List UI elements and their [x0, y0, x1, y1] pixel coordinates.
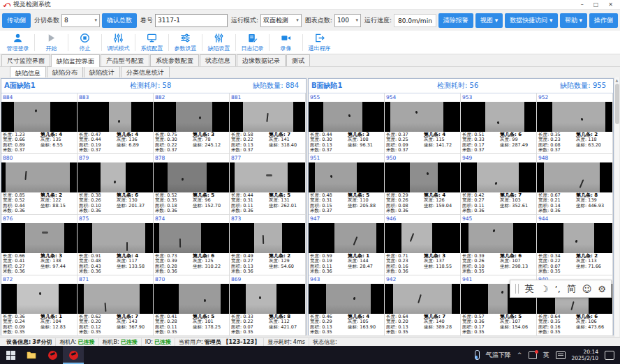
tray-expand-chevron-icon[interactable]: ^ — [517, 352, 522, 358]
confirm-total-button[interactable]: 确认总数 — [102, 13, 137, 28]
run-mode-select[interactable]: 双面检测 ▾ — [260, 14, 302, 27]
defect-cell[interactable]: 946长度: 0.71宽度: 0.23面积: 0.16米数: 0.36第几条: … — [385, 215, 461, 275]
tab-sub-1[interactable]: 缺陷分布 — [47, 66, 83, 78]
defect-image[interactable] — [537, 223, 612, 253]
defect-cell[interactable]: 883长度: 0.47宽度: 0.44面积: 0.19米数: 0.37第几条: … — [78, 93, 154, 154]
defect-image[interactable] — [309, 162, 384, 192]
tab-main-3[interactable]: 系统参数配置 — [150, 54, 199, 66]
inspection-app-button[interactable] — [42, 346, 63, 364]
defect-cell[interactable]: 873长度: 0.49宽度: 0.27面积: 0.13米数: 0.36第几条: … — [230, 215, 306, 275]
tab-main-2[interactable]: 产品型号配置 — [101, 54, 149, 66]
keyboard-icon[interactable] — [556, 351, 566, 359]
defect-image[interactable] — [154, 102, 229, 132]
defect-image[interactable] — [385, 102, 460, 132]
defect-image[interactable] — [385, 284, 460, 314]
defect-image[interactable] — [78, 102, 153, 132]
help-menu-button[interactable]: 帮助 ▾ — [560, 13, 587, 28]
defect-image[interactable] — [78, 284, 153, 314]
defect-cell[interactable]: 952长度: 0.35宽度: 0.23面积: 0.08米数: 0.37第几条: … — [537, 93, 613, 154]
toolbar-button-defectset[interactable]: 缺陷设置 — [202, 31, 235, 54]
ime-tray-language[interactable]: 英 — [543, 351, 549, 360]
defect-cell[interactable]: 943长度: 0.46宽度: 0.29面积: 0.13米数: 0.35第几条: … — [309, 275, 385, 336]
toolbar-button-debug[interactable]: 调试模式 — [102, 31, 135, 54]
defect-cell[interactable]: 877长度: 0.44宽度: 0.31面积: 0.11米数: 0.36第几条: … — [230, 154, 306, 215]
clear-alarm-button[interactable]: 清除报警 — [438, 13, 473, 28]
drag-grip-icon[interactable] — [515, 284, 519, 294]
slit-count-select[interactable]: 8 ▾ — [61, 14, 100, 27]
data-access-menu-button[interactable]: 数据快捷访问 ▾ — [505, 13, 557, 28]
defect-image[interactable] — [1, 162, 77, 192]
tab-main-4[interactable]: 状态信息 — [200, 54, 236, 66]
tab-main-6[interactable]: 测试 — [286, 54, 310, 66]
defect-cell[interactable]: 951长度: 0.48宽度: 0.31面积: 0.15米数: 0.37第几条: … — [309, 154, 385, 215]
defect-image[interactable] — [537, 102, 612, 132]
chart-points-select[interactable]: 100 ▾ — [334, 14, 361, 27]
ime-english-button[interactable]: 英 — [525, 282, 534, 295]
defect-cell[interactable]: 944长度: 0.34宽度: 0.22面积: 0.07米数: 0.35第几条: … — [537, 215, 613, 275]
defect-cell[interactable]: 955长度: 0.44宽度: 0.30面积: 0.13米数: 0.37第几条: … — [309, 93, 385, 154]
defect-cell[interactable]: 884长度: 1.23宽度: 0.66面积: 0.89米数: 0.37第几条: … — [1, 93, 78, 154]
defect-cell[interactable]: 875长度: 0.91宽度: 0.48面积: 0.43米数: 0.36第几条: … — [78, 215, 154, 275]
notification-badge-icon[interactable] — [529, 351, 537, 359]
moon-icon[interactable]: ☽ — [540, 284, 549, 294]
defect-cell[interactable]: 942长度: 0.64宽度: 0.20面积: 0.13米数: 0.35第几条: … — [385, 275, 461, 336]
defect-cell[interactable]: 871长度: 0.62宽度: 0.20面积: 0.12米数: 0.35第几条: … — [78, 275, 154, 336]
scroll-up-icon[interactable]: ▲ — [616, 77, 619, 83]
toolbar-button-play[interactable]: 开始 — [35, 31, 68, 54]
inspection-app-button-active[interactable] — [63, 346, 84, 364]
defect-cell[interactable]: 945长度: 0.39宽度: 0.26面积: 0.10米数: 0.35第几条: … — [461, 215, 537, 275]
toolbar-button-user[interactable]: 管理登录 — [1, 31, 34, 54]
defect-image[interactable] — [230, 284, 305, 314]
tab-sub-3[interactable]: 分类信息统计 — [121, 66, 170, 78]
defect-image[interactable] — [154, 223, 229, 253]
toolbar-button-log[interactable]: 日志记录 — [236, 31, 269, 54]
ime-settings-gear-icon[interactable]: ⚙ — [598, 284, 606, 294]
defect-cell[interactable]: 878长度: 0.52宽度: 0.35面积: 0.18米数: 0.36第几条: … — [154, 154, 230, 215]
emoji-icon[interactable]: ☺ — [582, 284, 592, 294]
defect-cell[interactable]: 950长度: 0.29宽度: 0.26面积: 0.08米数: 0.36第几条: … — [385, 154, 461, 215]
defect-cell[interactable]: 948长度: 0.67宽度: 0.21面积: 0.14米数: 0.36第几条: … — [537, 154, 613, 215]
roll-number-input[interactable] — [155, 14, 228, 27]
defect-cell[interactable]: 881长度: 0.58宽度: 0.22面积: 0.13米数: 0.37第几条: … — [230, 93, 306, 154]
defect-image[interactable] — [461, 162, 536, 192]
defect-cell[interactable]: 874长度: 0.73宽度: 0.39面积: 0.28米数: 0.36第几条: … — [154, 215, 230, 275]
defect-image[interactable] — [385, 162, 460, 192]
taskbar-clock[interactable]: 20:14 2025/2/10 — [572, 349, 598, 361]
defect-cell[interactable]: 876长度: 0.66宽度: 0.41面积: 0.27米数: 0.36第几条: … — [1, 215, 78, 275]
defect-image[interactable] — [1, 102, 77, 132]
defect-image[interactable] — [154, 162, 229, 192]
defect-image[interactable] — [309, 223, 384, 253]
defect-cell[interactable]: 879长度: 0.38宽度: 0.26面积: 0.10米数: 0.36第几条: … — [78, 154, 154, 215]
view-menu-button[interactable]: 视图 ▾ — [475, 13, 503, 28]
defect-image[interactable] — [461, 223, 536, 253]
defect-cell[interactable]: 953长度: 0.51宽度: 0.33面积: 0.17米数: 0.37第几条: … — [461, 93, 537, 154]
start-button[interactable] — [0, 346, 21, 364]
defect-image[interactable] — [78, 162, 153, 192]
tab-sub-2[interactable]: 缺陷统计 — [84, 66, 120, 78]
defect-image[interactable] — [1, 284, 77, 314]
defect-cell[interactable]: 872长度: 0.36宽度: 0.24面积: 0.09米数: 0.35第几条: … — [1, 275, 78, 336]
tab-main-0[interactable]: 尺寸监控界面 — [1, 54, 50, 66]
defect-image[interactable] — [309, 284, 384, 314]
tab-main-5[interactable]: 边缘数据记录 — [237, 54, 286, 66]
vertical-scrollbar[interactable]: ▲ — [614, 77, 619, 337]
toolbar-button-monitor[interactable]: 系统配置 — [135, 31, 168, 54]
defect-image[interactable] — [230, 102, 305, 132]
defect-image[interactable] — [309, 102, 384, 132]
toolbar-button-exit[interactable]: 退出程序 — [303, 31, 336, 54]
drive-side-button[interactable]: 传动侧 — [2, 13, 31, 28]
defect-image[interactable] — [461, 102, 536, 132]
defect-cell[interactable]: 949长度: 0.42宽度: 0.27面积: 0.11米数: 0.36第几条: … — [461, 154, 537, 215]
toolbar-button-video[interactable]: 录像 — [270, 31, 302, 54]
file-explorer-button[interactable] — [21, 346, 42, 364]
defect-image[interactable] — [537, 162, 612, 192]
defect-cell[interactable]: 869长度: 0.33宽度: 0.22面积: 0.07米数: 0.35第几条: … — [230, 275, 306, 336]
punctuation-icon[interactable]: ’, — [555, 284, 561, 294]
maximize-button[interactable]: □ — [593, 1, 599, 8]
operator-side-button[interactable]: 操作侧 — [589, 13, 618, 28]
defect-image[interactable] — [230, 223, 305, 253]
defect-cell[interactable]: 870长度: 0.41宽度: 0.28面积: 0.11米数: 0.35第几条: … — [154, 275, 230, 336]
toolbar-button-stop[interactable]: 停止 — [68, 31, 101, 54]
action-center-icon[interactable] — [605, 351, 614, 360]
defect-image[interactable] — [1, 223, 77, 253]
